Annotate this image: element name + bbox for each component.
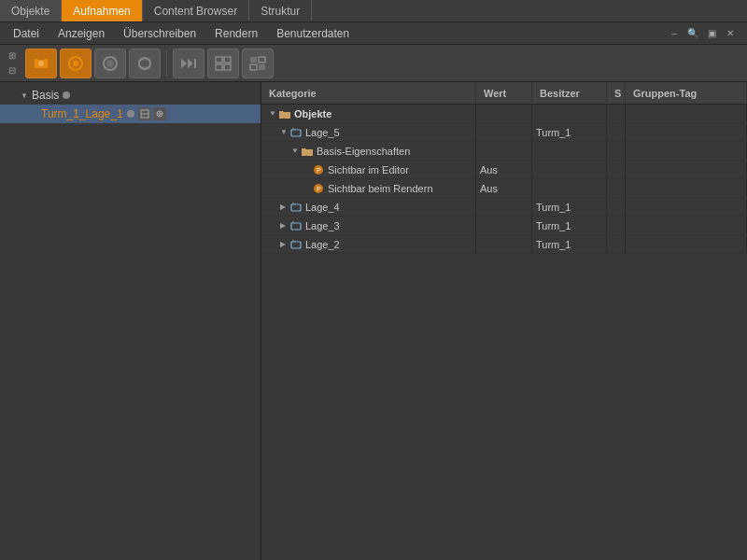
objekte-folder-icon	[278, 107, 291, 120]
svg-rect-15	[250, 57, 257, 63]
cell-lage3-wert	[476, 217, 532, 234]
props-row-basis-eigen[interactable]: ▼ Basis-Eigenschaften	[261, 142, 747, 161]
lage2-arrow: ▶	[280, 240, 289, 248]
turm-label: Turm_1_Lage_1	[41, 107, 123, 120]
svg-rect-17	[250, 64, 257, 70]
cell-lage2-besitzer: Turm_1	[532, 235, 607, 253]
cell-lage5-wert	[476, 123, 532, 141]
basis-dot	[63, 91, 70, 99]
cell-objekte-label: ▼ Objekte	[261, 105, 476, 122]
lage4-layer-icon	[289, 201, 303, 214]
close-icon[interactable]: ✕	[723, 26, 738, 41]
svg-point-4	[73, 61, 78, 66]
props-row-lage3[interactable]: ▶ Lage_3 Turm_1	[261, 217, 747, 235]
cell-basis-eigen-besitzer	[532, 142, 607, 160]
cell-lage4-label: ▶ Lage_4	[261, 198, 476, 216]
props-row-lage2[interactable]: ▶ Lage_2 Turm_1	[261, 235, 747, 254]
svg-text:P: P	[317, 167, 321, 174]
turm-arrow: ▶	[30, 110, 39, 119]
svg-rect-16	[259, 57, 265, 63]
toolbar-btn-record[interactable]	[25, 49, 57, 78]
menu-datei[interactable]: Datei	[4, 22, 49, 44]
lage3-arrow: ▶	[280, 221, 289, 230]
toolbar-btn-play-multi[interactable]	[173, 49, 204, 78]
sichtbar-ed-text: Sichtbar im Editor	[328, 164, 409, 175]
svg-rect-14	[224, 64, 231, 70]
lage5-text: Lage_5	[305, 127, 340, 138]
tab-objekte[interactable]: Objekte	[0, 0, 62, 21]
panel-icon-bottom[interactable]: ⊟	[6, 64, 19, 77]
props-row-sichtbar-render[interactable]: ▶ P Sichtbar beim Rendern Aus	[261, 179, 747, 198]
cell-basis-eigen-s	[607, 142, 626, 160]
cell-sichtbar-ed-wert: Aus	[476, 161, 532, 178]
left-panel: ▼ Basis ▶ Turm_1_Lage_1	[0, 82, 261, 560]
props-row-objekte[interactable]: ▼ Objekte	[261, 105, 747, 123]
toolbar-btn-dot-circle[interactable]	[129, 49, 161, 78]
menu-ueberschreiben[interactable]: Überschreiben	[114, 22, 205, 44]
sichtbar-rend-text: Sichtbar beim Rendern	[328, 183, 433, 194]
tab-struktur[interactable]: Struktur	[249, 0, 312, 21]
cell-lage2-s	[607, 235, 626, 253]
col-kategorie: Kategorie	[261, 82, 476, 104]
tab-aufnahmen[interactable]: Aufnahmen	[62, 0, 142, 21]
svg-rect-18	[259, 64, 265, 70]
cell-lage3-gruppen	[626, 217, 747, 234]
cell-lage4-s	[607, 198, 626, 216]
cell-lage5-gruppen	[626, 123, 747, 141]
cell-lage2-wert	[476, 235, 532, 253]
lage3-layer-icon	[289, 219, 303, 232]
toolbar-btn-grid[interactable]	[207, 49, 239, 78]
toolbar: ⊞ ⊟	[0, 45, 747, 82]
svg-point-6	[106, 60, 114, 67]
layout-icon[interactable]: ▣	[704, 26, 719, 41]
svg-rect-34	[291, 242, 301, 248]
cell-objekte-wert	[476, 105, 532, 122]
turm-icon-1[interactable]	[138, 107, 151, 120]
sichtbar-rend-prop-icon: P	[312, 182, 325, 195]
cell-sichtbar-rend-s	[607, 179, 626, 197]
cell-sichtbar-ed-label: ▶ P Sichtbar im Editor	[261, 161, 476, 178]
menu-anzeigen[interactable]: Anzeigen	[49, 22, 114, 44]
menu-bar-right-icons: – 🔍 ▣ ✕	[667, 26, 743, 41]
svg-rect-12	[224, 57, 231, 63]
basis-arrow: ▼	[21, 91, 30, 100]
svg-text:P: P	[317, 186, 321, 192]
panel-icon-top[interactable]: ⊞	[6, 49, 19, 63]
search-icon[interactable]: 🔍	[685, 26, 700, 41]
top-tabs-bar: Objekte Aufnahmen Content Browser Strukt…	[0, 0, 747, 22]
menu-rendern[interactable]: Rendern	[205, 22, 267, 44]
toolbar-btn-orange-circle[interactable]	[94, 49, 126, 78]
col-s: S	[607, 82, 626, 104]
menu-benutzerdaten[interactable]: Benutzerdaten	[267, 22, 359, 44]
turm-dot	[127, 110, 134, 118]
cell-sichtbar-ed-s	[607, 161, 626, 178]
tree-item-turm[interactable]: ▶ Turm_1_Lage_1	[0, 105, 261, 123]
cell-lage5-s	[607, 123, 626, 141]
props-row-sichtbar-editor[interactable]: ▶ P Sichtbar im Editor Aus	[261, 161, 747, 179]
cell-lage4-besitzer: Turm_1	[532, 198, 607, 216]
col-wert: Wert	[476, 82, 532, 104]
turm-icons	[138, 107, 166, 120]
toolbar-btn-camera[interactable]	[60, 49, 92, 78]
cell-objekte-gruppen	[626, 105, 747, 122]
toolbar-btn-grid2[interactable]	[242, 49, 274, 78]
cell-lage2-label: ▶ Lage_2	[261, 235, 476, 253]
col-besitzer: Besitzer	[532, 82, 607, 104]
tab-content-browser[interactable]: Content Browser	[143, 0, 249, 21]
minimize-icon[interactable]: –	[667, 26, 682, 41]
objekte-text: Objekte	[294, 108, 331, 119]
lage5-layer-icon	[289, 126, 303, 139]
cell-lage5-besitzer: Turm_1	[532, 123, 607, 141]
tree-item-basis[interactable]: ▼ Basis	[0, 86, 261, 105]
svg-rect-30	[291, 204, 301, 211]
lage4-arrow: ▶	[280, 203, 289, 211]
basis-eigen-text: Basis-Eigenschaften	[317, 146, 410, 157]
turm-icon-2[interactable]	[153, 107, 166, 120]
objekte-arrow: ▼	[269, 109, 278, 118]
props-row-lage4[interactable]: ▶ Lage_4 Turm_1	[261, 198, 747, 217]
svg-rect-32	[291, 223, 301, 230]
cell-objekte-s	[607, 105, 626, 122]
cell-sichtbar-ed-gruppen	[626, 161, 747, 178]
cell-objekte-besitzer	[532, 105, 607, 122]
props-row-lage5[interactable]: ▼ Lage_5 Turm_1	[261, 123, 747, 142]
